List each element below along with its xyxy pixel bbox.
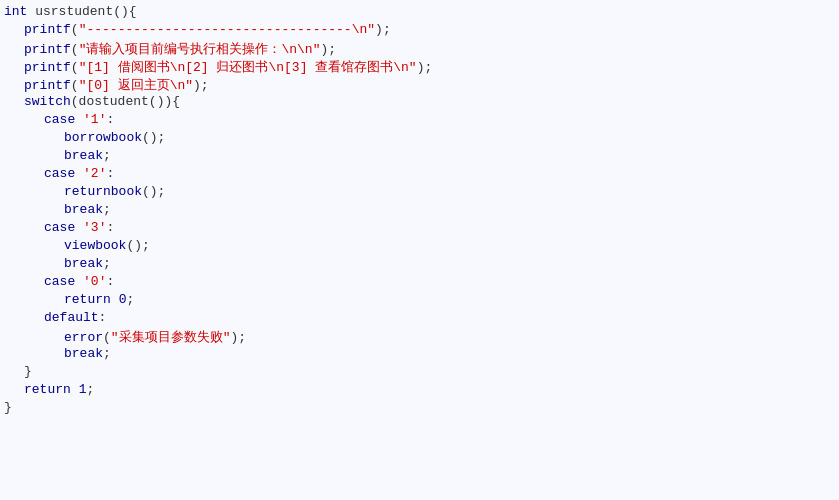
code-token: ); [230,330,246,345]
code-token: case [44,274,75,289]
code-token: 1 [79,382,87,397]
code-token: returnbook [64,184,142,199]
code-token [111,292,119,307]
code-line: viewbook(); [0,238,839,256]
code-token: borrowbook [64,130,142,145]
code-line: } [0,364,839,382]
code-line: return 0; [0,292,839,310]
code-token [71,382,79,397]
code-token: ( [71,22,79,37]
code-token: printf [24,22,71,37]
code-line: break; [0,346,839,364]
code-token: break [64,148,103,163]
code-token: case [44,166,75,181]
code-token [75,166,83,181]
code-token: ; [103,256,111,271]
code-token: break [64,346,103,361]
code-line: case '1': [0,112,839,130]
code-token: : [99,310,107,325]
code-line: printf("[1] 借阅图书\n[2] 归还图书\n[3] 查看馆存图书\n… [0,58,839,76]
code-token: printf [24,60,71,75]
code-token: "采集项目参数失败" [111,328,231,346]
code-token: "请输入项目前编号执行相关操作：\n\n" [79,40,321,58]
code-token: (dostudent()){ [71,94,180,109]
code-token: error [64,330,103,345]
code-token: case [44,112,75,127]
code-line: break; [0,202,839,220]
code-token: (); [142,184,165,199]
code-line: printf("请输入项目前编号执行相关操作：\n\n"); [0,40,839,58]
code-token: '1' [83,112,106,127]
code-line: borrowbook(); [0,130,839,148]
code-token: printf [24,42,71,57]
code-token: return [24,382,71,397]
code-token: ); [417,60,433,75]
code-line: case '2': [0,166,839,184]
code-line: error("采集项目参数失败"); [0,328,839,346]
code-token: viewbook [64,238,126,253]
code-token [75,112,83,127]
code-token: ; [103,148,111,163]
code-line: int usrstudent(){ [0,4,839,22]
code-line: returnbook(); [0,184,839,202]
code-line: case '0': [0,274,839,292]
code-line: default: [0,310,839,328]
code-token: ( [103,330,111,345]
code-token: case [44,220,75,235]
code-line: } [0,400,839,418]
code-token: ( [71,42,79,57]
code-token: '0' [83,274,106,289]
code-line: printf("[0] 返回主页\n"); [0,76,839,94]
code-line: break; [0,148,839,166]
code-editor: int usrstudent(){printf("---------------… [0,0,839,500]
code-token: 0 [119,292,127,307]
code-token: printf [24,78,71,93]
code-token: break [64,256,103,271]
code-token: ; [103,202,111,217]
code-line: case '3': [0,220,839,238]
code-token: ; [126,292,134,307]
code-token: return [64,292,111,307]
code-token: "[0] 返回主页\n" [79,76,193,94]
code-token: ; [103,346,111,361]
code-token: } [24,364,32,379]
code-token: ( [71,60,79,75]
code-line: return 1; [0,382,839,400]
code-token: default [44,310,99,325]
code-token: : [106,166,114,181]
code-token: usrstudent(){ [27,4,136,19]
code-token: '2' [83,166,106,181]
code-token: : [106,274,114,289]
code-token [75,274,83,289]
code-token: } [4,400,12,415]
code-token: (); [142,130,165,145]
code-token: break [64,202,103,217]
code-line: break; [0,256,839,274]
code-token: "----------------------------------\n" [79,22,375,37]
code-token: ; [86,382,94,397]
code-token [75,220,83,235]
code-token: ); [320,42,336,57]
code-token: (); [126,238,149,253]
code-token: switch [24,94,71,109]
code-token: int [4,4,27,19]
code-token: : [106,220,114,235]
code-line: switch(dostudent()){ [0,94,839,112]
code-line: printf("--------------------------------… [0,22,839,40]
code-token: "[1] 借阅图书\n[2] 归还图书\n[3] 查看馆存图书\n" [79,58,417,76]
code-token: ); [375,22,391,37]
code-token: : [106,112,114,127]
code-token: ); [193,78,209,93]
code-token: ( [71,78,79,93]
code-token: '3' [83,220,106,235]
